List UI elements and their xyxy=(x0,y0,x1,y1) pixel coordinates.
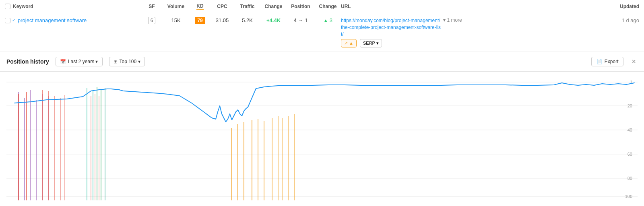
trend-button[interactable]: ↗ ▲ xyxy=(341,39,357,47)
url-cell: https://monday.com/blog/project-manageme… xyxy=(341,17,599,47)
calendar-icon: 📅 xyxy=(60,59,66,64)
col-position-label: Position xyxy=(287,4,315,9)
up-arrow-icon: ▲ xyxy=(323,18,328,23)
col-kd-label: KD xyxy=(190,3,210,10)
url-part1: https://monday.com/blog/project-manageme… xyxy=(341,18,440,23)
position-to: 1 xyxy=(305,17,308,23)
top100-filter-label: Top 100 ▾ xyxy=(120,59,140,64)
position-arrow: → xyxy=(298,17,305,23)
svg-text:100: 100 xyxy=(625,194,632,199)
position-history-chart: 1 20 40 60 80 100 xyxy=(6,76,638,204)
col-keyword-label: Keyword xyxy=(13,4,33,9)
svg-text:40: 40 xyxy=(627,128,632,132)
url-more[interactable]: ▾ 1 more xyxy=(443,17,462,23)
pchange-number: 3 xyxy=(330,17,332,23)
keyword-link[interactable]: project management software xyxy=(18,17,87,23)
col-url-label: URL xyxy=(341,4,599,9)
serp-button[interactable]: SERP ▾ xyxy=(360,39,382,47)
top100-filter-button[interactable]: ⊞ Top 100 ▾ xyxy=(109,57,145,66)
col-sf-label: SF xyxy=(142,4,162,9)
volume-value: 15K xyxy=(162,17,190,23)
svg-text:60: 60 xyxy=(627,152,632,157)
row-checkbox[interactable] xyxy=(5,18,10,23)
table-row: ✓ project management software 6 15K 79 3… xyxy=(0,13,644,52)
url-link[interactable]: https://monday.com/blog/project-manageme… xyxy=(341,17,441,37)
updated-value: 1 d ago xyxy=(599,17,639,23)
kd-badge: 79 xyxy=(195,17,205,24)
svg-text:80: 80 xyxy=(627,176,632,181)
export-button[interactable]: 📄 Export xyxy=(591,57,624,66)
close-button[interactable]: × xyxy=(630,58,638,66)
header-checkbox[interactable] xyxy=(5,4,10,9)
traffic-value: 5.2K xyxy=(234,17,260,23)
position-from: 4 xyxy=(294,17,297,23)
cpc-value: 31.05 xyxy=(210,17,234,23)
col-updated-label: Updated xyxy=(599,4,639,9)
sf-badge: 6 xyxy=(148,17,156,24)
date-filter-label: Last 2 years ▾ xyxy=(68,59,98,64)
url-part3: t/ xyxy=(341,31,344,37)
col-traffic-label: Traffic xyxy=(234,4,260,9)
col-cpc-label: CPC xyxy=(210,4,234,9)
kd-value: 79 xyxy=(190,17,210,23)
position-change-value: ▲ 3 xyxy=(315,17,341,23)
row-checkbox-area: ✓ xyxy=(5,18,15,23)
export-icon: 📄 xyxy=(597,59,603,64)
grid-icon: ⊞ xyxy=(114,59,118,64)
col-volume-label: Volume xyxy=(162,4,190,9)
change-value: +4.4K xyxy=(260,17,287,23)
svg-text:20: 20 xyxy=(627,103,632,108)
position-history-header: Position history 📅 Last 2 years ▾ ⊞ Top … xyxy=(0,52,644,72)
position-value: 4 → 1 xyxy=(287,17,315,23)
history-title: Position history xyxy=(6,58,49,65)
sf-value: 6 xyxy=(142,17,162,23)
url-part2: the-complete-project-management-software… xyxy=(341,25,441,30)
table-header: Keyword SF Volume KD CPC Traffic Change … xyxy=(0,0,644,13)
chart-container: 1 20 40 60 80 100 xyxy=(0,72,644,206)
col-pchange-label: Change xyxy=(315,4,341,9)
col-change-label: Change xyxy=(260,4,287,9)
checkmark-icon: ✓ xyxy=(12,18,15,23)
date-filter-button[interactable]: 📅 Last 2 years ▾ xyxy=(56,57,103,66)
export-label: Export xyxy=(605,59,619,64)
